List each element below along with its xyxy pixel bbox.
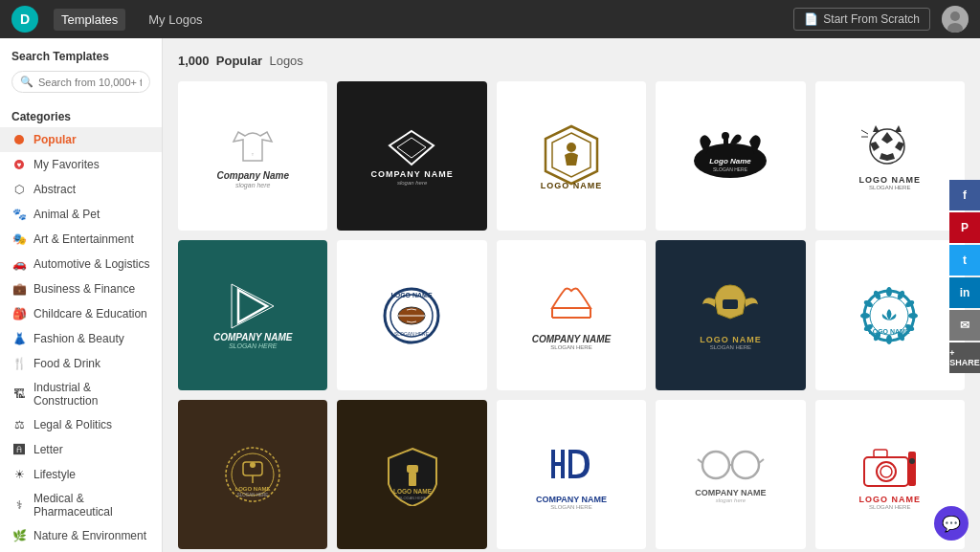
auto-icon: 🚗 (11, 256, 27, 272)
svg-point-45 (860, 313, 870, 319)
email-share-button[interactable]: ✉ (949, 310, 980, 341)
svg-line-67 (759, 459, 764, 463)
sidebar-item-lifestyle[interactable]: ☀ Lifestyle (0, 462, 162, 487)
svg-text:SLOGAN HERE: SLOGAN HERE (394, 331, 430, 337)
svg-point-70 (880, 466, 892, 477)
logo-card-4[interactable]: Logo Name SLOGAN HERE (656, 81, 805, 231)
svg-rect-33 (723, 299, 738, 309)
sidebar-item-animal[interactable]: 🐾 Animal & Pet (0, 202, 162, 227)
svg-text:LOGO NAME: LOGO NAME (869, 328, 910, 335)
sidebar-item-abstract[interactable]: ⬡ Abstract (0, 177, 162, 202)
svg-rect-10 (724, 137, 728, 156)
logo-card-14[interactable]: COMPANY NAME slogan here (656, 400, 805, 549)
sidebar-search-section: Search Templates 🔍 (0, 50, 162, 102)
sidebar-item-auto[interactable]: 🚗 Automotive & Logistics (0, 252, 162, 276)
svg-text:Logo Name: Logo Name (710, 157, 752, 166)
svg-point-73 (909, 458, 915, 464)
sidebar: Search Templates 🔍 Categories Popular ♥ … (0, 38, 163, 552)
business-icon: 💼 (11, 281, 27, 297)
svg-line-20 (861, 130, 868, 134)
svg-point-52 (250, 462, 256, 468)
logo-card-7[interactable]: LOGO NAME SLOGAN HERE (337, 240, 486, 389)
svg-point-11 (722, 132, 729, 140)
pinterest-share-button[interactable]: P (949, 212, 980, 243)
search-wrap: 🔍 (11, 71, 150, 93)
content-area: 1,000 Popular Logos T Company Name sloga… (163, 38, 980, 552)
sidebar-item-popular[interactable]: Popular (0, 127, 162, 152)
sidebar-item-nature[interactable]: 🌿 Nature & Environment (0, 523, 162, 548)
svg-rect-72 (908, 452, 916, 486)
logo-card-5[interactable]: LOGO NAME SLOGAN HERE (815, 81, 965, 231)
letter-icon: 🅰 (11, 442, 27, 457)
sidebar-item-business[interactable]: 💼 Business & Finance (0, 276, 162, 301)
svg-text:LOGO NAME: LOGO NAME (391, 292, 433, 298)
svg-text:SLOGAN HERE: SLOGAN HERE (237, 493, 269, 497)
abstract-icon: ⬡ (11, 182, 27, 197)
content-header: 1,000 Popular Logos (178, 54, 965, 68)
svg-marker-4 (390, 131, 434, 165)
categories-title: Categories (0, 102, 162, 127)
sidebar-item-favorites[interactable]: ♥ My Favorites (0, 152, 162, 177)
app-logo: D (11, 6, 38, 33)
more-share-button[interactable]: +SHARE (949, 342, 980, 373)
user-avatar[interactable] (942, 6, 969, 33)
animal-icon: 🐾 (11, 207, 27, 222)
logo-grid: T Company Name slogan here COMPA (178, 81, 965, 552)
topnav-right: 📄 Start From Scratch (793, 6, 969, 33)
logo-card-11[interactable]: LOGO NAME SLOGAN HERE (178, 400, 327, 549)
svg-point-69 (877, 462, 896, 481)
search-icon: 🔍 (20, 76, 33, 88)
tab-templates[interactable]: Templates (54, 9, 125, 31)
logo-card-9[interactable]: LOGO NAME SLOGAN HERE (656, 240, 805, 389)
logo-card-10[interactable]: LOGO NAME (815, 240, 965, 389)
legal-icon: ⚖ (11, 417, 27, 432)
medical-icon: ⚕ (11, 497, 27, 513)
logo-card-2[interactable]: COMPANY NAME slogan here (337, 81, 486, 231)
industrial-icon: 🏗 (11, 386, 27, 402)
svg-point-63 (702, 452, 729, 478)
logo-card-3[interactable]: LOGO NAME (497, 81, 646, 231)
tab-my-logos[interactable]: My Logos (141, 9, 210, 31)
sidebar-item-medical[interactable]: ⚕ Medical & Pharmaceutical (0, 487, 162, 523)
svg-point-8 (567, 143, 576, 152)
svg-text:SLOGAN HERE: SLOGAN HERE (713, 166, 748, 172)
topnav: D Templates My Logos 📄 Start From Scratc… (0, 0, 980, 38)
svg-text:LOGO NAME: LOGO NAME (235, 486, 271, 492)
childcare-icon: 🎒 (11, 306, 27, 321)
sidebar-item-legal[interactable]: ⚖ Legal & Politics (0, 412, 162, 437)
svg-rect-57 (409, 473, 416, 486)
sidebar-item-fashion[interactable]: 👗 Fashion & Beauty (0, 326, 162, 351)
svg-text:T: T (252, 152, 255, 157)
popular-icon (11, 132, 27, 147)
search-title: Search Templates (11, 50, 150, 63)
lifestyle-icon: ☀ (11, 467, 27, 482)
sidebar-item-industrial[interactable]: 🏗 Industrial & Construction (0, 376, 162, 412)
svg-point-36 (886, 287, 892, 297)
art-icon: 🎭 (11, 232, 27, 247)
linkedin-share-button[interactable]: in (949, 277, 980, 308)
svg-rect-56 (407, 465, 418, 473)
logo-card-13[interactable]: COMPANY NAME SLOGAN HERE (497, 400, 646, 549)
sidebar-item-childcare[interactable]: 🎒 Childcare & Education (0, 301, 162, 326)
facebook-share-button[interactable]: f (949, 180, 980, 210)
logo-card-1[interactable]: T Company Name slogan here (178, 81, 327, 231)
chat-button[interactable]: 💬 (934, 506, 969, 541)
svg-text:LOGO NAME: LOGO NAME (393, 488, 433, 495)
search-input[interactable] (38, 77, 142, 88)
sidebar-item-nonprofit[interactable]: 🎗 Non-Profit (0, 548, 162, 552)
food-icon: 🍴 (11, 356, 27, 371)
favorite-icon: ♥ (11, 157, 27, 172)
svg-text:SLOGAN HERE: SLOGAN HERE (398, 496, 426, 500)
svg-point-64 (732, 452, 759, 478)
sidebar-item-food[interactable]: 🍴 Food & Drink (0, 351, 162, 376)
sidebar-item-art[interactable]: 🎭 Art & Entertainment (0, 227, 162, 252)
logo-card-12[interactable]: LOGO NAME SLOGAN HERE (337, 400, 486, 549)
document-icon: 📄 (804, 12, 818, 26)
svg-point-42 (886, 335, 892, 344)
logo-card-6[interactable]: COMPANY NAME SLOGAN HERE (178, 240, 327, 389)
sidebar-item-letter[interactable]: 🅰 Letter (0, 437, 162, 462)
svg-rect-71 (874, 450, 887, 457)
start-from-scratch-button[interactable]: 📄 Start From Scratch (793, 8, 930, 31)
logo-card-8[interactable]: COMPANY NAME SLOGAN HERE (497, 240, 646, 389)
twitter-share-button[interactable]: t (949, 245, 980, 276)
